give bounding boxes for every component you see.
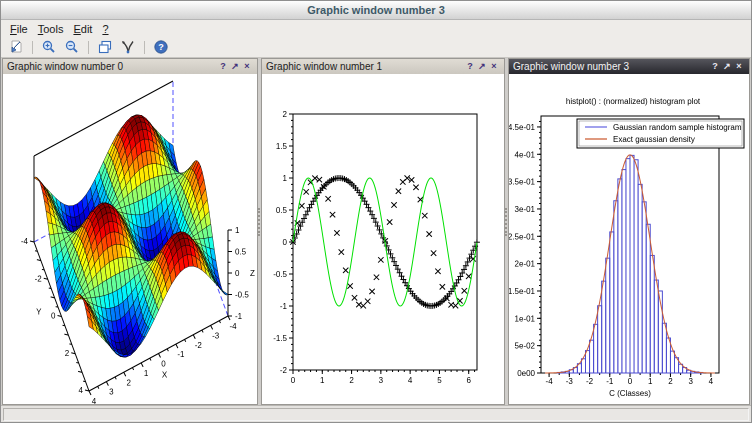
export-figure-icon: [8, 39, 24, 55]
panel-3-undock-button[interactable]: ↗: [721, 60, 733, 73]
toolbar: ?: [1, 37, 751, 58]
svg-text:?: ?: [158, 42, 164, 52]
zoom-in-icon: [41, 39, 57, 55]
panel-0-title: Graphic window number 0: [7, 61, 217, 72]
panel-3-close-button[interactable]: ×: [733, 60, 745, 73]
zoom-out-button[interactable]: [61, 38, 83, 56]
window-title: Graphic window number 3: [307, 4, 445, 16]
panel-0-undock-button[interactable]: ↗: [229, 60, 241, 73]
panel-0-help-button[interactable]: ?: [217, 60, 229, 73]
panel-graphic-window-3: Graphic window number 3 ? ↗ ×: [508, 58, 750, 405]
scilab-graphic-window: Graphic window number 3 File Tools Edit …: [0, 0, 752, 423]
splitter[interactable]: [258, 58, 261, 405]
panel-1-close-button[interactable]: ×: [488, 60, 500, 73]
toolbar-separator: [32, 41, 33, 54]
menu-edit[interactable]: Edit: [68, 22, 97, 36]
original-view-button[interactable]: [94, 38, 116, 56]
docking-area: Graphic window number 0 ? ↗ × Graphic wi…: [1, 58, 751, 405]
help-button[interactable]: ?: [150, 38, 172, 56]
toolbar-separator: [144, 41, 145, 54]
panel-0-title-bar[interactable]: Graphic window number 0 ? ↗ ×: [3, 59, 257, 74]
line-plot-canvas[interactable]: [262, 74, 504, 404]
rotate-axes-button[interactable]: [117, 38, 139, 56]
zoom-out-icon: [64, 39, 80, 55]
zoom-in-button[interactable]: [38, 38, 60, 56]
rotate-axes-icon: [120, 39, 136, 55]
toolbar-separator: [88, 41, 89, 54]
splitter[interactable]: [505, 58, 508, 405]
menu-file[interactable]: File: [5, 22, 33, 36]
menu-help[interactable]: ?: [97, 22, 113, 36]
histogram-plot-canvas[interactable]: [509, 74, 749, 404]
panel-3-help-button[interactable]: ?: [709, 60, 721, 73]
panel-0-close-button[interactable]: ×: [241, 60, 253, 73]
surface-plot-canvas[interactable]: [3, 74, 257, 404]
window-title-bar[interactable]: Graphic window number 3: [1, 1, 751, 20]
help-icon: ?: [153, 39, 169, 55]
original-view-icon: [97, 39, 113, 55]
panel-3-title-bar[interactable]: Graphic window number 3 ? ↗ ×: [509, 59, 749, 74]
panel-0-canvas-area: [3, 74, 257, 404]
panel-1-title-bar[interactable]: Graphic window number 1 ? ↗ ×: [262, 59, 504, 74]
panel-1-help-button[interactable]: ?: [464, 60, 476, 73]
menu-bar: File Tools Edit ?: [1, 20, 751, 37]
panel-3-canvas-area: [509, 74, 749, 404]
export-figure-button[interactable]: [5, 38, 27, 56]
panel-graphic-window-1: Graphic window number 1 ? ↗ ×: [261, 58, 505, 405]
menu-tools[interactable]: Tools: [33, 22, 69, 36]
panel-3-title: Graphic window number 3: [513, 61, 709, 72]
panel-1-canvas-area: [262, 74, 504, 404]
panel-1-undock-button[interactable]: ↗: [476, 60, 488, 73]
panel-1-title: Graphic window number 1: [266, 61, 464, 72]
panel-graphic-window-0: Graphic window number 0 ? ↗ ×: [2, 58, 258, 405]
status-message: [3, 408, 749, 421]
status-bar: [1, 405, 751, 422]
